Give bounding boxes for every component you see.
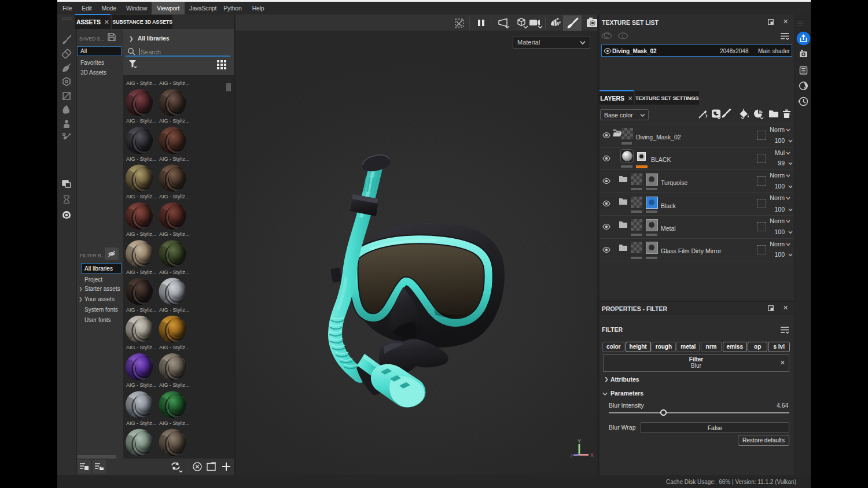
- svg-text:Y: Y: [578, 438, 581, 444]
- svg-text:X: X: [590, 452, 594, 458]
- svg-text:1: 1: [621, 34, 624, 39]
- svg-text:Z: Z: [570, 453, 573, 459]
